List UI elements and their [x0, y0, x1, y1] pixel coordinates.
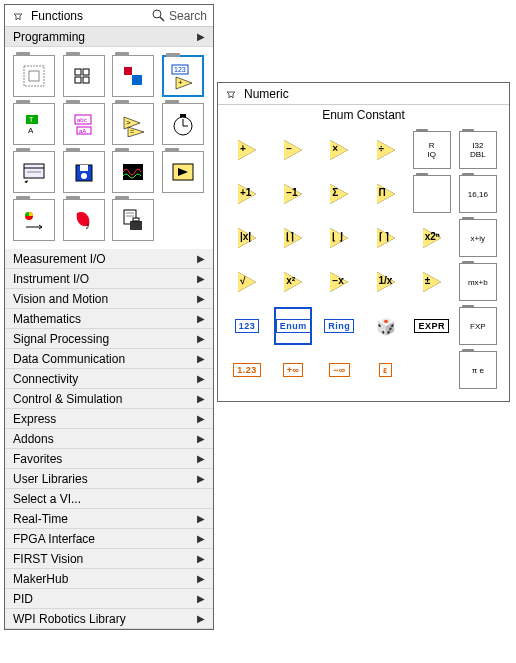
category-label: WPI Robotics Library [13, 612, 126, 626]
chevron-right-icon: ▶ [197, 293, 205, 304]
svg-text:aA: aA [79, 128, 86, 134]
numeric-compound[interactable] [413, 175, 451, 213]
chevron-right-icon: ▶ [197, 553, 205, 564]
sync-icon[interactable] [13, 199, 55, 241]
chevron-right-icon: ▶ [197, 333, 205, 344]
array-icon[interactable] [63, 55, 105, 97]
category-vision-and-motion[interactable]: Vision and Motion▶ [5, 289, 213, 309]
category-express[interactable]: Express▶ [5, 409, 213, 429]
boolean-icon[interactable]: TA [13, 103, 55, 145]
numeric-math-const[interactable]: π e [459, 351, 497, 389]
chevron-right-icon: ▶ [197, 253, 205, 264]
numeric-mul[interactable] [320, 131, 358, 169]
numeric-quot-rem[interactable]: R IQ [413, 131, 451, 169]
numeric-complex[interactable]: x+iy [459, 219, 497, 257]
numeric-dbl-const[interactable]: 1.23 [228, 351, 266, 389]
numeric-sum[interactable] [320, 175, 358, 213]
category-label: Connectivity [13, 372, 78, 386]
functions-titlebar: Functions Search [5, 5, 213, 27]
svg-text:>: > [126, 118, 131, 127]
numeric-eps[interactable]: ε [367, 351, 405, 389]
numeric-add[interactable] [228, 131, 266, 169]
numeric-scaling[interactable]: mx+b [459, 263, 497, 301]
numeric-inc[interactable] [228, 175, 266, 213]
numeric-data-manip[interactable]: 16,16 [459, 175, 497, 213]
category-favorites[interactable]: Favorites▶ [5, 449, 213, 469]
numeric-ceil[interactable] [367, 219, 405, 257]
svg-line-1 [160, 17, 164, 21]
app-control-icon[interactable] [162, 151, 204, 193]
cluster-icon[interactable] [112, 55, 154, 97]
numeric-neg-inf[interactable]: −∞ [320, 351, 358, 389]
category-signal-processing[interactable]: Signal Processing▶ [5, 329, 213, 349]
category-real-time[interactable]: Real-Time▶ [5, 509, 213, 529]
category-wpi-robotics-library[interactable]: WPI Robotics Library▶ [5, 609, 213, 629]
waveform-icon[interactable] [112, 151, 154, 193]
dialog-icon[interactable] [13, 151, 55, 193]
numeric-random[interactable]: 🎲 [367, 307, 405, 345]
numeric-enum-const[interactable]: Enum [274, 307, 312, 345]
numeric-abs[interactable] [228, 219, 266, 257]
category-first-vision[interactable]: FIRST Vision▶ [5, 549, 213, 569]
numeric-sqrt[interactable] [228, 263, 266, 301]
pin-icon[interactable] [11, 9, 25, 23]
pin-icon[interactable] [224, 87, 238, 101]
numeric-palette: Numeric Enum Constant R IQI32 DBL16,16x+… [217, 82, 510, 402]
numeric-expr-node[interactable]: EXPR [413, 307, 451, 345]
numeric-num-const[interactable]: 123 [228, 307, 266, 345]
numeric-ring-const[interactable]: Ring [320, 307, 358, 345]
category-label: Mathematics [13, 312, 81, 326]
search-button[interactable]: Search [152, 9, 207, 23]
category-user-libraries[interactable]: User Libraries▶ [5, 469, 213, 489]
string-icon[interactable]: abcaA [63, 103, 105, 145]
numeric-scale2[interactable] [413, 219, 451, 257]
numeric-prod[interactable] [367, 175, 405, 213]
category-pid[interactable]: PID▶ [5, 589, 213, 609]
numeric-sign[interactable] [413, 263, 451, 301]
svg-text:abc: abc [77, 117, 87, 123]
numeric-round[interactable] [274, 219, 312, 257]
category-instrument-i-o[interactable]: Instrument I/O▶ [5, 269, 213, 289]
category-connectivity[interactable]: Connectivity▶ [5, 369, 213, 389]
svg-rect-33 [80, 165, 88, 171]
svg-rect-29 [24, 164, 44, 178]
svg-text:=: = [130, 128, 134, 135]
category-mathematics[interactable]: Mathematics▶ [5, 309, 213, 329]
numeric-div[interactable] [367, 131, 405, 169]
chevron-right-icon: ▶ [197, 373, 205, 384]
svg-rect-5 [83, 69, 89, 75]
numeric-conversion[interactable]: I32 DBL [459, 131, 497, 169]
svg-rect-2 [24, 66, 44, 86]
category-fpga-interface[interactable]: FPGA Interface▶ [5, 529, 213, 549]
file-io-icon[interactable] [63, 151, 105, 193]
category-programming[interactable]: Programming ▶ [5, 27, 213, 47]
numeric-sub[interactable] [274, 131, 312, 169]
empty-cell [162, 199, 204, 241]
category-makerhub[interactable]: MakerHub▶ [5, 569, 213, 589]
numeric-fixed-point[interactable]: FXP [459, 307, 497, 345]
timing-icon[interactable] [162, 103, 204, 145]
numeric-neg[interactable] [320, 263, 358, 301]
chevron-right-icon: ▶ [197, 533, 205, 544]
search-icon [152, 9, 166, 23]
structures-icon[interactable] [13, 55, 55, 97]
category-control-simulation[interactable]: Control & Simulation▶ [5, 389, 213, 409]
numeric-pos-inf[interactable]: +∞ [274, 351, 312, 389]
numeric-titlebar: Numeric [218, 83, 509, 105]
numeric-sq[interactable] [274, 263, 312, 301]
category-select-a-vi-[interactable]: Select a VI... [5, 489, 213, 509]
comparison-icon[interactable]: >= [112, 103, 154, 145]
category-addons[interactable]: Addons▶ [5, 429, 213, 449]
report-icon[interactable] [112, 199, 154, 241]
category-label: Instrument I/O [13, 272, 89, 286]
numeric-icon[interactable]: 123+ [162, 55, 204, 97]
numeric-dec[interactable] [274, 175, 312, 213]
category-label: MakerHub [13, 572, 68, 586]
numeric-floor[interactable] [320, 219, 358, 257]
graphics-icon[interactable]: ♪ [63, 199, 105, 241]
svg-text:A: A [28, 126, 34, 135]
category-list: Measurement I/O▶Instrument I/O▶Vision an… [5, 249, 213, 629]
category-measurement-i-o[interactable]: Measurement I/O▶ [5, 249, 213, 269]
numeric-recip[interactable] [367, 263, 405, 301]
category-data-communication[interactable]: Data Communication▶ [5, 349, 213, 369]
